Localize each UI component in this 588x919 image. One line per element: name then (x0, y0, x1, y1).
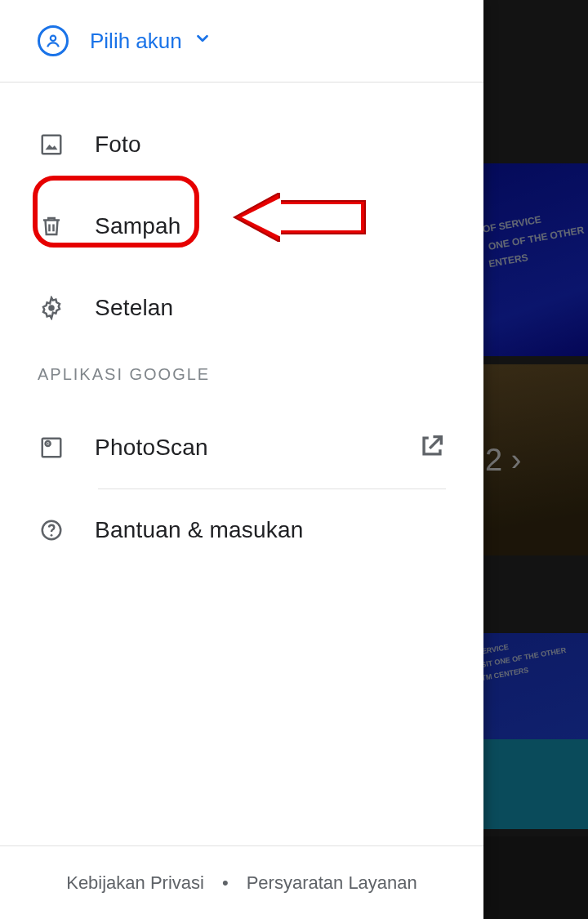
svg-point-2 (48, 305, 55, 311)
menu-item-photoscan[interactable]: PhotoScan (0, 407, 483, 488)
separator-dot: • (222, 872, 229, 894)
menu-label: Setelan (95, 295, 173, 321)
photo-icon (38, 131, 65, 158)
svg-rect-3 (42, 439, 61, 457)
menu-section: Foto Sampah Setelan (0, 83, 483, 349)
svg-rect-1 (42, 136, 61, 154)
section-header: APLIKASI GOOGLE (0, 349, 483, 407)
menu-label: Sampah (95, 213, 181, 239)
account-selector[interactable]: Pilih akun (0, 0, 483, 82)
gear-icon (38, 294, 65, 322)
menu-item-settings[interactable]: Setelan (0, 267, 483, 349)
privacy-link[interactable]: Kebijakan Privasi (66, 872, 204, 894)
svg-point-7 (51, 534, 53, 537)
menu-label: Foto (95, 132, 141, 158)
menu-label: PhotoScan (95, 435, 208, 461)
menu-item-help[interactable]: Bantuan & masukan (0, 489, 483, 571)
menu-label: Bantuan & masukan (95, 517, 304, 543)
navigation-drawer: Pilih akun Foto (0, 0, 483, 919)
svg-point-5 (47, 443, 49, 444)
account-icon (38, 25, 69, 56)
photoscan-icon (38, 434, 65, 462)
trash-icon (38, 212, 65, 240)
menu-item-photos[interactable]: Foto (0, 104, 483, 185)
help-icon (38, 516, 65, 544)
terms-link[interactable]: Persyaratan Layanan (247, 872, 417, 894)
chevron-down-icon (194, 29, 212, 52)
menu-item-trash[interactable]: Sampah (0, 185, 483, 267)
svg-point-0 (51, 36, 56, 41)
footer-links: Kebijakan Privasi • Persyaratan Layanan (0, 845, 483, 919)
external-link-icon (418, 432, 446, 463)
account-label: Pilih akun (90, 29, 182, 54)
